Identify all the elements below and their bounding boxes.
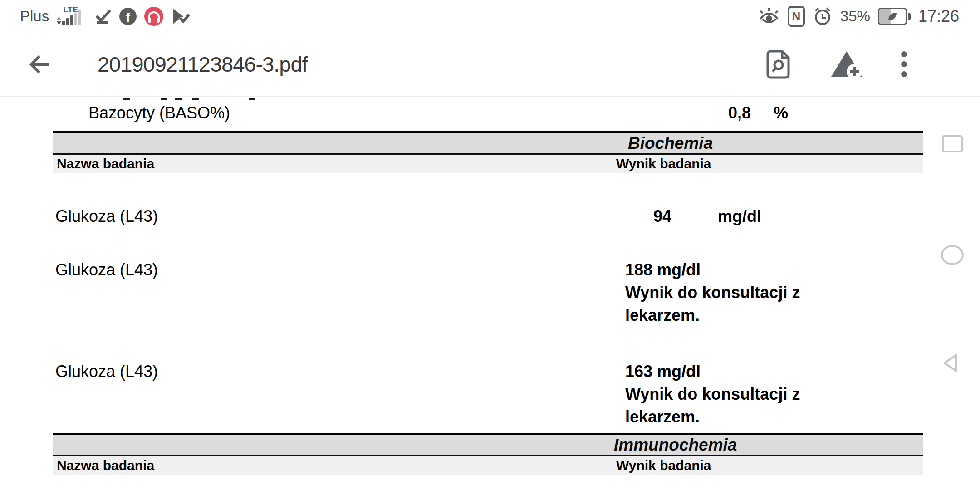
test-name: Glukoza (L43) xyxy=(55,207,158,226)
eye-comfort-icon xyxy=(758,8,780,25)
material-line: Materiał: Krew ylna, osocze (fluorek), d… xyxy=(172,179,926,198)
test-unit: mg/dl xyxy=(718,207,761,226)
test-name: Glukoza (L43) xyxy=(55,260,158,279)
result-note: lekarzem. xyxy=(625,407,700,426)
search-in-document-button[interactable] xyxy=(763,33,795,96)
column-header-result: Wynik badania xyxy=(616,456,711,475)
clipped-text-fragment xyxy=(161,98,167,100)
pdf-viewer-toolbar: 20190921123846-3.pdf xyxy=(0,33,980,96)
recents-button[interactable] xyxy=(942,135,963,152)
section-title: Biochemia xyxy=(628,133,713,153)
play-store-icon xyxy=(171,7,190,25)
carrier-label: Plus xyxy=(20,8,49,25)
clock-label: 17:26 xyxy=(918,7,959,26)
back-arrow-icon xyxy=(27,52,52,77)
more-options-button[interactable] xyxy=(891,33,916,96)
section-title: Immunochemia xyxy=(614,435,737,455)
kebab-menu-icon xyxy=(901,51,907,77)
table-header-row: Nazwa badania Wynik badania xyxy=(53,155,923,173)
clipped-text-fragment xyxy=(123,98,130,100)
column-header-name: Nazwa badania xyxy=(57,456,154,475)
battery-saver-icon xyxy=(878,8,911,25)
material-line: Materiał: Po 2h po 75g glukozy, data i g… xyxy=(203,332,926,351)
search-in-document-icon xyxy=(766,49,792,79)
battery-percent-label: 35% xyxy=(840,8,870,25)
back-triangle-icon xyxy=(940,352,962,374)
facebook-letter: f xyxy=(126,11,130,24)
facebook-icon: f xyxy=(119,8,137,25)
section-header-biochemia: Biochemia xyxy=(53,131,923,155)
android-back-button[interactable] xyxy=(940,352,962,374)
nfc-icon: N xyxy=(788,6,805,27)
status-bar: Plus LTE f xyxy=(0,0,980,33)
pdf-page[interactable]: Bazocyty (BASO%) 0,8 % Biochemia Nazwa b… xyxy=(0,96,980,490)
test-value: 188 mg/dl xyxy=(625,260,701,279)
section-header-immunochemia: Immunochemia xyxy=(53,433,923,456)
material-line: Materiał: Po 1h po 75g glukozy, data i g… xyxy=(203,235,926,254)
result-note: Wynik do konsultacji z xyxy=(625,385,800,404)
document-title: 20190921123846-3.pdf xyxy=(98,33,308,96)
headphones-app-icon xyxy=(144,7,163,26)
leaf-icon xyxy=(887,11,898,22)
test-name: Glukoza (L43) xyxy=(55,362,158,381)
status-bar-right: N 35% 17:26 xyxy=(758,0,959,33)
download-check-icon xyxy=(93,8,112,25)
clipped-text-fragment xyxy=(175,98,182,100)
material-line: Materiał: Krew ylna, surowica, data i go… xyxy=(202,477,926,490)
data-down-arrow-icon xyxy=(57,21,61,25)
test-value: 163 mg/dl xyxy=(625,362,701,381)
test-name: Bazocyty (BASO%) xyxy=(88,103,230,122)
signal-bars-icon xyxy=(62,10,81,25)
test-value: 0,8 xyxy=(728,103,751,122)
column-header-result: Wynik badania xyxy=(616,155,711,173)
home-button[interactable] xyxy=(941,245,964,265)
table-header-row: Nazwa badania Wynik badania xyxy=(53,456,923,475)
test-value: 94 xyxy=(653,207,671,226)
result-note: lekarzem. xyxy=(625,306,700,325)
clipped-text-fragment xyxy=(249,98,255,100)
test-unit: % xyxy=(774,103,788,122)
data-up-arrow-icon xyxy=(57,16,61,20)
result-note: Wynik do konsultacji z xyxy=(625,283,800,302)
alarm-icon xyxy=(813,6,833,26)
column-header-name: Nazwa badania xyxy=(57,155,154,173)
add-to-drive-button[interactable] xyxy=(828,33,865,96)
nfc-letter: N xyxy=(792,10,800,24)
clipped-text-fragment xyxy=(192,98,199,100)
status-bar-left: Plus LTE f xyxy=(20,0,190,33)
back-button[interactable] xyxy=(24,33,55,96)
lte-signal-icon: LTE xyxy=(57,6,86,26)
add-to-drive-icon xyxy=(831,50,862,78)
